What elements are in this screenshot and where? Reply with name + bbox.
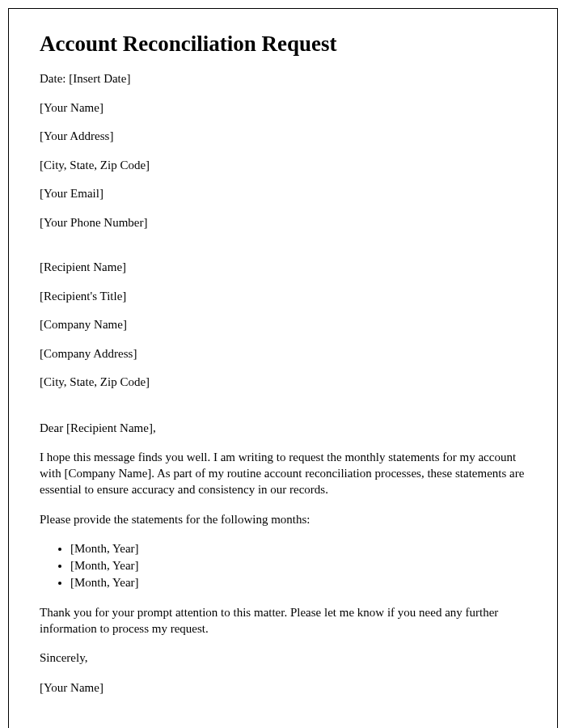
section-gap	[40, 404, 526, 420]
recipient-name: [Recipient Name]	[40, 260, 526, 276]
sender-city-state-zip: [City, State, Zip Code]	[40, 158, 526, 174]
body-intro: I hope this message finds you well. I am…	[40, 449, 526, 498]
sender-name: [Your Name]	[40, 100, 526, 116]
list-item: [Month, Year]	[70, 557, 526, 574]
recipient-city-state-zip: [City, State, Zip Code]	[40, 375, 526, 391]
list-item: [Month, Year]	[70, 574, 526, 591]
body-closing: Thank you for your prompt attention to t…	[40, 604, 526, 637]
salutation: Dear [Recipient Name],	[40, 420, 526, 436]
date-line: Date: [Insert Date]	[40, 71, 526, 87]
sender-address: [Your Address]	[40, 129, 526, 145]
signoff: Sincerely,	[40, 650, 526, 666]
recipient-company: [Company Name]	[40, 317, 526, 333]
signature: [Your Name]	[40, 679, 526, 696]
section-gap	[40, 243, 526, 260]
recipient-address: [Company Address]	[40, 346, 526, 362]
body-request: Please provide the statements for the fo…	[40, 511, 526, 527]
sender-phone: [Your Phone Number]	[40, 215, 526, 231]
list-item: [Month, Year]	[70, 540, 526, 557]
recipient-title: [Recipient's Title]	[40, 289, 526, 305]
sender-email: [Your Email]	[40, 186, 526, 202]
page-title: Account Reconciliation Request	[40, 32, 526, 57]
letter-page: Account Reconciliation Request Date: [In…	[8, 8, 558, 728]
months-list: [Month, Year] [Month, Year] [Month, Year…	[70, 540, 526, 591]
